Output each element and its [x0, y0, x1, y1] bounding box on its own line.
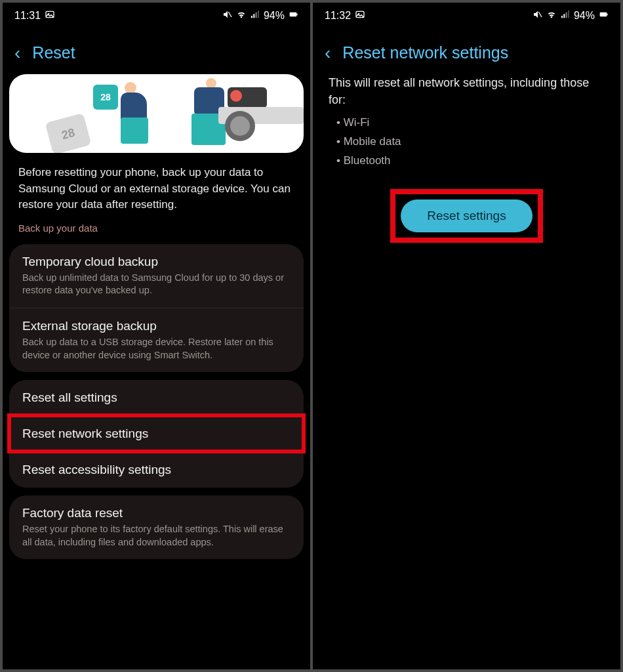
item-title: Reset accessibility settings: [22, 463, 291, 477]
backup-card: Temporary cloud backup Back up unlimited…: [9, 244, 304, 372]
svg-rect-12: [561, 16, 563, 18]
bullet-wifi: Wi-Fi: [336, 114, 605, 133]
highlight-box: Reset settings: [390, 189, 542, 243]
battery-percent: 94%: [574, 10, 595, 22]
truck-icon: [218, 81, 304, 146]
wifi-icon: [546, 9, 557, 22]
svg-rect-3: [251, 16, 252, 18]
svg-rect-4: [253, 14, 254, 18]
phone-screen-reset-network: 11:32 94% ‹ Reset network settings This …: [313, 3, 620, 669]
battery-icon: [288, 9, 298, 22]
item-subtitle: Back up unlimited data to Samsung Cloud …: [22, 272, 291, 297]
screenshot-icon: [355, 9, 365, 22]
calendar-grey-icon: 28: [45, 113, 92, 153]
item-title: Temporary cloud backup: [22, 255, 291, 269]
network-bullet-list: Wi-Fi Mobile data Bluetooth: [313, 114, 620, 182]
page-header: ‹ Reset network settings: [313, 26, 620, 74]
person-kneeling-icon: [121, 81, 160, 146]
status-bar: 11:31 94%: [3, 3, 310, 26]
svg-rect-5: [256, 12, 257, 18]
phone-screen-reset: 11:31 94% ‹ Reset 28 28 Before resetting…: [3, 3, 310, 669]
status-bar: 11:32 94%: [313, 3, 620, 26]
factory-card: Factory data reset Reset your phone to i…: [9, 495, 304, 559]
back-icon[interactable]: ‹: [14, 44, 20, 62]
list-item-reset-accessibility[interactable]: Reset accessibility settings: [9, 452, 304, 488]
svg-rect-16: [600, 12, 607, 17]
item-title: External storage backup: [22, 319, 291, 333]
item-title: Reset network settings: [22, 427, 291, 441]
mute-icon: [222, 9, 233, 22]
svg-line-11: [538, 12, 542, 17]
status-time: 11:31: [14, 10, 41, 22]
backup-section-label: Back up your data: [3, 222, 310, 240]
bullet-mobile-data: Mobile data: [336, 133, 605, 152]
svg-rect-17: [607, 14, 607, 16]
item-subtitle: Reset your phone to its factory default …: [22, 523, 291, 549]
svg-rect-13: [563, 14, 565, 18]
svg-rect-7: [290, 12, 297, 17]
status-icons: 94%: [533, 9, 609, 22]
status-time: 11:32: [325, 10, 351, 22]
status-icons: 94%: [222, 9, 298, 22]
signal-icon: [250, 9, 260, 22]
page-header: ‹ Reset: [3, 26, 310, 74]
reset-card: Reset all settings Reset network setting…: [9, 380, 304, 488]
svg-line-2: [228, 12, 231, 17]
list-item-factory-reset[interactable]: Factory data reset Reset your phone to i…: [9, 495, 304, 559]
backup-illustration: 28 28: [9, 74, 304, 153]
page-title: Reset: [32, 43, 75, 62]
svg-rect-15: [568, 10, 569, 18]
bullet-bluetooth: Bluetooth: [336, 152, 605, 171]
reset-settings-button[interactable]: Reset settings: [401, 200, 532, 232]
item-title: Reset all settings: [22, 390, 291, 405]
intro-text: Before resetting your phone, back up you…: [3, 165, 310, 222]
item-subtitle: Back up data to a USB storage device. Re…: [22, 336, 291, 362]
back-icon[interactable]: ‹: [325, 44, 331, 62]
screenshot-icon: [45, 9, 55, 22]
signal-icon: [560, 9, 571, 22]
description-text: This will reset all network settings, in…: [313, 74, 620, 114]
svg-rect-8: [296, 14, 297, 16]
list-item-reset-all[interactable]: Reset all settings: [9, 380, 304, 415]
battery-percent: 94%: [264, 10, 285, 22]
battery-icon: [598, 9, 609, 22]
wifi-icon: [236, 9, 247, 22]
list-item-temp-cloud-backup[interactable]: Temporary cloud backup Back up unlimited…: [9, 244, 304, 308]
mute-icon: [533, 9, 543, 22]
svg-rect-6: [258, 10, 259, 18]
svg-rect-14: [566, 12, 567, 18]
page-title: Reset network settings: [342, 43, 508, 62]
item-title: Factory data reset: [22, 506, 291, 520]
calendar-teal-icon: 28: [93, 85, 118, 110]
list-item-reset-network[interactable]: Reset network settings: [9, 415, 304, 452]
list-item-external-backup[interactable]: External storage backup Back up data to …: [9, 308, 304, 372]
